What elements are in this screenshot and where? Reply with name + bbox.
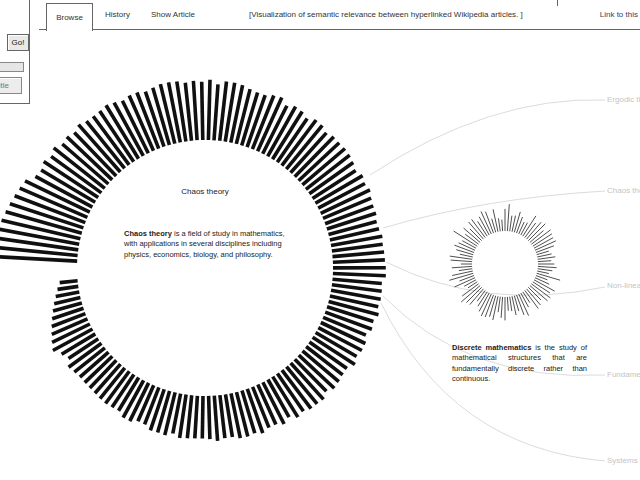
title-button-label: Title bbox=[0, 81, 9, 90]
related-label-ergodic[interactable]: Ergodic th bbox=[607, 95, 640, 105]
app-window: Browse History Show Article [Visualizati… bbox=[0, 0, 640, 480]
search-side-panel: Go! Title bbox=[0, 0, 30, 104]
tab-history-label: History bbox=[105, 10, 130, 19]
related-label-nonlinear[interactable]: Non-linea bbox=[607, 281, 640, 291]
tab-browse[interactable]: Browse bbox=[46, 3, 93, 31]
secondary-ring[interactable] bbox=[449, 204, 560, 320]
tab-browse-label: Browse bbox=[56, 13, 83, 22]
relevance-curve-nonlinear bbox=[386, 262, 605, 295]
secondary-article-summary-bold: Discrete mathematics bbox=[452, 343, 531, 352]
go-button[interactable]: Go! bbox=[7, 34, 29, 51]
tab-history[interactable]: History bbox=[105, 0, 130, 29]
article-title-input[interactable] bbox=[0, 62, 24, 72]
relevance-curves bbox=[370, 100, 605, 461]
visualization-caption: [Visualization of semantic relevance bet… bbox=[249, 0, 523, 29]
tab-show-article-label: Show Article bbox=[151, 10, 195, 19]
main-article-summary-bold: Chaos theory bbox=[124, 229, 172, 238]
title-button[interactable]: Title bbox=[0, 77, 22, 94]
relevance-curve-ergodic bbox=[370, 100, 605, 175]
clipped-box-edge bbox=[557, 0, 558, 6]
related-label-systems[interactable]: Systems bbox=[607, 456, 638, 466]
link-to-this-link[interactable]: Link to this bbox=[600, 0, 638, 29]
relevance-curve-chaos bbox=[383, 191, 605, 228]
tab-show-article[interactable]: Show Article bbox=[151, 0, 195, 29]
main-article-summary: Chaos theory is a field of study in math… bbox=[124, 229, 294, 260]
top-tab-bar: Browse History Show Article [Visualizati… bbox=[39, 0, 640, 30]
related-label-chaos[interactable]: Chaos the bbox=[607, 186, 640, 196]
related-label-fundamental[interactable]: Fundame bbox=[607, 370, 640, 380]
secondary-article-summary: Discrete mathematics is the study of mat… bbox=[452, 343, 587, 384]
visualization-canvas bbox=[0, 0, 640, 480]
go-button-label: Go! bbox=[12, 38, 25, 47]
main-ring[interactable] bbox=[0, 80, 386, 441]
main-article-title: Chaos theory bbox=[125, 187, 285, 196]
